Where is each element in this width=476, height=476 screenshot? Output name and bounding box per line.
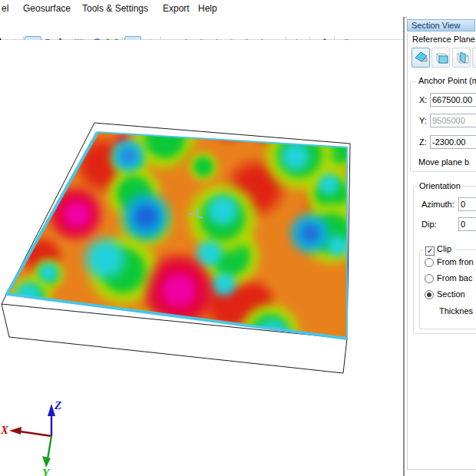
z-input[interactable]: [430, 135, 476, 149]
menu-item-tools-settings[interactable]: Tools & Settings: [82, 2, 148, 15]
dip-input[interactable]: [458, 217, 476, 231]
axis-label-z: Z: [54, 399, 61, 412]
clip-section-radio[interactable]: [425, 290, 434, 299]
section-plane-indicator: [189, 207, 203, 217]
azimuth-label: Azimuth:: [421, 200, 455, 209]
section-horizontal-plane-icon[interactable]: [472, 48, 476, 68]
section-plane-icon[interactable]: [412, 48, 430, 68]
axis-label-x: X: [0, 424, 9, 436]
section-box-icon[interactable]: [431, 48, 450, 68]
application-window: el Geosurface Tools & Settings Export He…: [0, 0, 476, 476]
clip-from-front-radio[interactable]: [425, 258, 434, 267]
reference-plane-label: Reference Plane: [412, 35, 475, 44]
move-plane-label: Move plane b: [418, 157, 469, 167]
surface-edge-back: [98, 132, 347, 339]
x-input[interactable]: [430, 93, 476, 107]
3d-viewport[interactable]: Z X Y: [0, 40, 403, 476]
section-vertical-plane-icon[interactable]: [452, 48, 471, 68]
menu-item-export[interactable]: Export: [163, 2, 190, 15]
anchor-point-group-label: Anchor Point (m: [416, 76, 476, 85]
z-label: Z:: [419, 137, 427, 147]
clip-section-label: Section: [437, 289, 465, 299]
clip-from-front-label: From fron: [437, 257, 474, 266]
main-toolbar: [0, 17, 403, 40]
y-input[interactable]: [430, 114, 476, 127]
orientation-group-label: Orientation: [417, 181, 463, 190]
menu-item-help[interactable]: Help: [198, 2, 217, 15]
clip-label: Clip: [437, 244, 451, 253]
surface-edge-front: [7, 132, 347, 339]
menu-bar: el Geosurface Tools & Settings Export He…: [0, 0, 476, 17]
clip-from-back-label: From bac: [437, 273, 472, 283]
dip-label: Dip:: [421, 220, 437, 229]
panel-splitter[interactable]: [403, 17, 405, 476]
clip-from-back-radio[interactable]: [425, 274, 434, 283]
clip-checkbox[interactable]: ✓: [425, 246, 435, 256]
viewport-overlay: Z X Y: [0, 40, 403, 476]
azimuth-input[interactable]: [458, 197, 476, 211]
section-view-panel: Section View Reference Plane Anchor Poin…: [407, 0, 476, 476]
thickness-label: Thicknes: [439, 306, 473, 316]
axis-label-y: Y: [42, 467, 51, 476]
x-label: X:: [419, 95, 427, 104]
menu-item-geosurface[interactable]: Geosurface: [23, 2, 71, 15]
menu-item-model[interactable]: el: [2, 2, 8, 15]
y-label: Y:: [419, 116, 427, 125]
panel-title: Section View: [407, 19, 475, 31]
axis-triad-icon: Z X Y: [0, 399, 61, 476]
